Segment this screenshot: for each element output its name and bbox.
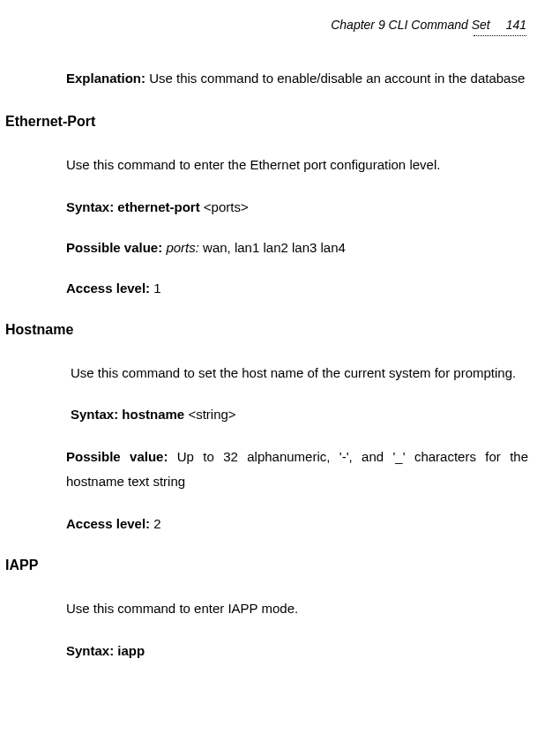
chapter-title: Chapter 9 CLI Command Set (331, 18, 490, 32)
hostname-access: Access level: 2 (66, 513, 528, 535)
iapp-block: Use this command to enter IAPP mode. Syn… (0, 596, 537, 662)
explanation-text: Use this command to enable/disable an ac… (145, 71, 525, 86)
page-number: 141 (506, 18, 526, 32)
hostname-desc: Use this command to set the host name of… (71, 361, 528, 385)
hostname-syntax: Syntax: hostname <string> (71, 404, 528, 425)
iapp-desc: Use this command to enter IAPP mode. (66, 596, 528, 621)
possible-param: ports: (166, 240, 199, 255)
section-heading-ethernet: Ethernet-Port (0, 114, 537, 130)
section-heading-hostname: Hostname (0, 322, 537, 338)
possible-label: Possible value: (66, 240, 166, 255)
possible-text: wan, lan1 lan2 lan3 lan4 (199, 240, 346, 255)
access-label: Access level: (66, 516, 153, 531)
syntax-arg: <ports> (204, 199, 249, 214)
ethernet-desc: Use this command to enter the Ethernet p… (66, 153, 528, 177)
access-value: 2 (153, 516, 160, 531)
ethernet-block: Use this command to enter the Ethernet p… (0, 153, 537, 299)
explanation-label: Explanation: (66, 71, 145, 86)
ethernet-access: Access level: 1 (66, 278, 528, 299)
iapp-syntax: Syntax: iapp (66, 640, 528, 662)
header-divider (474, 35, 526, 36)
syntax-label: Syntax: iapp (66, 643, 145, 658)
page-header: Chapter 9 CLI Command Set 141 (0, 18, 537, 32)
syntax-label: Syntax: ethernet-port (66, 199, 204, 214)
hostname-possible: Possible value: Up to 32 alphanumeric, '… (66, 445, 528, 494)
ethernet-possible: Possible value: ports: wan, lan1 lan2 la… (66, 237, 528, 258)
possible-label: Possible value: (66, 449, 177, 464)
access-value: 1 (153, 281, 160, 296)
hostname-block-bottom: Possible value: Up to 32 alphanumeric, '… (0, 445, 537, 535)
syntax-arg: <string> (188, 407, 235, 422)
syntax-label: Syntax: hostname (71, 407, 188, 422)
access-label: Access level: (66, 281, 153, 296)
hostname-block-top: Use this command to set the host name of… (0, 361, 537, 426)
section-heading-iapp: IAPP (0, 558, 537, 573)
explanation-paragraph: Explanation: Use this command to enable/… (66, 66, 528, 91)
ethernet-syntax: Syntax: ethernet-port <ports> (66, 197, 528, 218)
intro-block: Explanation: Use this command to enable/… (0, 66, 537, 91)
